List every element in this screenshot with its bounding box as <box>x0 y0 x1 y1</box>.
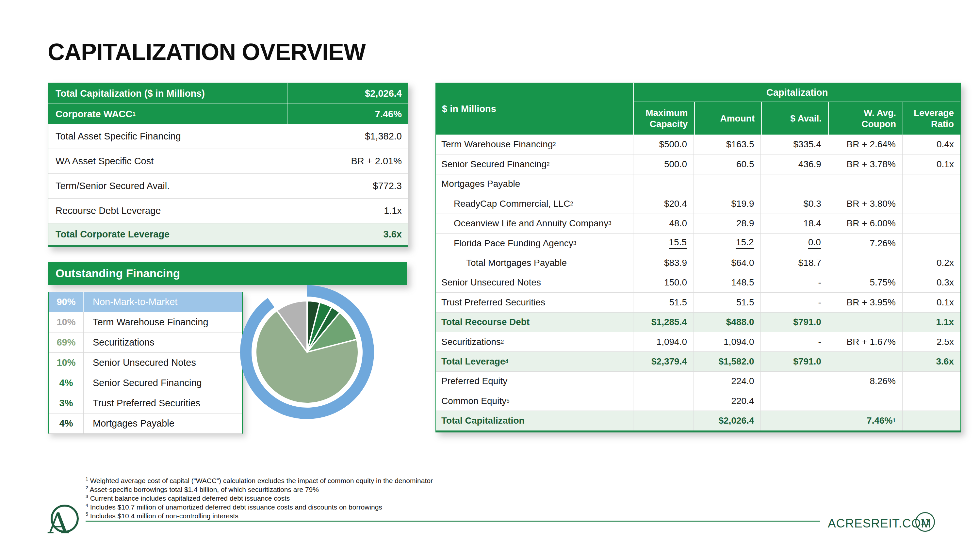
group-header: Capitalization <box>634 83 960 102</box>
row-label: Total Capitalization <box>436 411 633 430</box>
legend-pct: 10% <box>49 353 84 373</box>
row-value <box>828 352 902 371</box>
row-value: 1,094.0 <box>694 332 760 351</box>
row-value <box>902 214 960 233</box>
underlined-value: 15.2 <box>736 237 754 249</box>
financing-pie-chart <box>236 281 378 423</box>
table-row: Term Warehouse Financing 2$500.0$163.5$3… <box>436 135 960 154</box>
footnote: 5 Includes $10.4 million of non-controll… <box>86 511 433 520</box>
page-title: CAPITALIZATION OVERVIEW <box>48 38 366 65</box>
row-value <box>828 313 902 332</box>
table-row: Total Mortgages Payable$83.9$64.0$18.70.… <box>436 253 960 272</box>
financing-pie <box>236 281 378 423</box>
row-value <box>760 391 827 411</box>
summary-row-value: $2,026.4 <box>287 83 408 103</box>
capitalization-table-header: $ in Millions Capitalization Maximum Cap… <box>436 83 960 135</box>
row-value: BR + 3.80% <box>828 194 902 213</box>
table-row: Mortgages Payable <box>436 174 960 194</box>
row-value: 148.5 <box>694 273 760 292</box>
summary-row-value: 7.46% <box>287 104 408 124</box>
row-value: $1,582.0 <box>694 352 760 371</box>
footnote: 1 Weighted average cost of capital (“WAC… <box>86 476 433 485</box>
row-value <box>694 175 760 194</box>
table-row: Trust Preferred Securities51.551.5-BR + … <box>436 292 960 312</box>
legend-label: Senior Secured Financing <box>84 373 242 393</box>
row-value: $0.3 <box>760 194 827 213</box>
summary-row-label: Term/Senior Secured Avail. <box>48 174 287 198</box>
footer-divider <box>86 521 820 522</box>
units-label: $ in Millions <box>436 83 633 135</box>
row-value: 1.1x <box>902 313 960 332</box>
row-value: BR + 6.00% <box>828 214 902 233</box>
row-label: Total Mortgages Payable <box>436 253 633 272</box>
row-value: 51.5 <box>633 293 694 312</box>
table-row: Senior Secured Financing 2500.060.5436.9… <box>436 154 960 174</box>
row-value: 28.9 <box>694 214 760 233</box>
legend-label: Non-Mark-to-Market <box>84 292 242 312</box>
row-value: 1,094.0 <box>633 332 694 351</box>
footnote-number: 3 <box>86 494 88 499</box>
summary-row-value: 3.6x <box>287 224 408 245</box>
row-value <box>902 411 960 430</box>
legend-pct: 3% <box>49 393 84 413</box>
row-value: $1,285.4 <box>633 313 694 332</box>
row-value: 0.3x <box>902 273 960 292</box>
summary-row-value: $772.3 <box>287 174 408 198</box>
summary-row-value: 1.1x <box>287 198 408 223</box>
legend-pct: 10% <box>49 312 84 332</box>
legend-row: 69%Securitizations <box>49 332 242 353</box>
row-value: 220.4 <box>694 391 760 411</box>
row-value: 51.5 <box>694 293 760 312</box>
row-value: 15.2 <box>694 233 760 253</box>
row-value <box>902 391 960 411</box>
row-value: 5.75% <box>828 273 902 292</box>
row-value <box>828 391 902 411</box>
row-label: ReadyCap Commercial, LLC 2 <box>436 194 633 213</box>
row-value: 7.46% 1 <box>828 411 902 430</box>
summary-row-label: Corporate WACC 1 <box>48 104 287 124</box>
row-label: Total Recourse Debt <box>436 313 633 332</box>
row-value: $791.0 <box>760 352 827 371</box>
legend-row: 4%Mortgages Payable <box>49 413 242 433</box>
logo-letter-a: A <box>48 507 69 540</box>
summary-row: Term/Senior Secured Avail.$772.3 <box>48 173 408 198</box>
table-row: Senior Unsecured Notes150.0148.5-5.75%0.… <box>436 273 960 292</box>
column-header-avail: $ Avail. <box>761 102 828 135</box>
row-label: Oceanview Life and Annuity Company 3 <box>436 214 633 233</box>
footnote-number: 4 <box>86 503 88 508</box>
footnote: 2 Asset-specific borrowings total $1.4 b… <box>86 485 433 494</box>
table-row: Preferred Equity224.08.26% <box>436 372 960 391</box>
summary-row-label: WA Asset Specific Cost <box>48 149 287 173</box>
summary-row: Total Asset Specific Financing$1,382.0 <box>48 124 408 149</box>
row-label: Trust Preferred Securities <box>436 293 633 312</box>
row-value <box>828 175 902 194</box>
table-row: ReadyCap Commercial, LLC 2$20.4$19.9$0.3… <box>436 194 960 213</box>
row-value: 0.2x <box>902 253 960 272</box>
column-header-w-avg-coupon: W. Avg. Coupon <box>828 102 902 135</box>
row-value: - <box>760 293 827 312</box>
legend-label: Mortgages Payable <box>84 413 242 433</box>
row-value: 8.26% <box>828 372 902 391</box>
summary-row-value: BR + 2.01% <box>287 149 408 173</box>
row-value: $19.9 <box>694 194 760 213</box>
row-value: 48.0 <box>633 214 694 233</box>
row-label: Senior Secured Financing 2 <box>436 154 633 174</box>
row-value <box>760 411 827 430</box>
row-label: Preferred Equity <box>436 372 633 391</box>
legend-pct: 90% <box>49 292 84 312</box>
row-value <box>902 175 960 194</box>
row-value <box>633 391 694 411</box>
row-value: 0.4x <box>902 135 960 154</box>
row-value: 0.0 <box>760 233 827 253</box>
footnote-number: 1 <box>86 476 88 481</box>
row-value <box>633 411 694 430</box>
row-value: $20.4 <box>633 194 694 213</box>
summary-row-label: Total Corporate Leverage <box>48 224 287 245</box>
legend-pct: 4% <box>49 373 84 393</box>
row-value <box>633 372 694 391</box>
table-row: Total Capitalization$2,026.47.46% 1 <box>436 411 960 430</box>
legend-label: Trust Preferred Securities <box>84 393 242 413</box>
footnote: 4 Includes $10.7 million of unamortized … <box>86 503 433 511</box>
page-number-badge: 11 <box>915 512 935 532</box>
row-value: 436.9 <box>760 154 827 174</box>
